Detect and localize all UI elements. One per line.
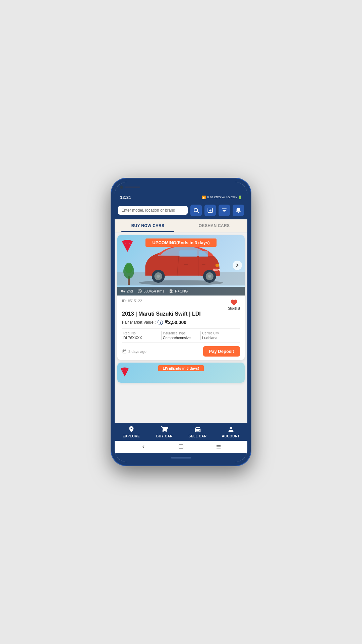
car-stats-bar: 2nd 680454 Kms P+CNG (117, 287, 245, 296)
search-bar[interactable] (118, 206, 188, 215)
search-input[interactable] (121, 208, 184, 213)
fuel-icon (169, 289, 174, 293)
recents-button[interactable] (215, 443, 222, 450)
insurance-col: Insurance Type Comprehennsive (161, 331, 201, 340)
nav-explore[interactable]: EXPLORE (115, 425, 148, 438)
system-nav (115, 441, 247, 453)
status-info: 0.40 KB/S Yo 4G 55% (207, 196, 237, 199)
upcoming-badge-text: UPCOMING(Ends in 3 days) (145, 238, 216, 247)
card-info: ID: #515122 Shortlist 2013 | Maruti Suzu… (117, 296, 245, 360)
status-bar: 12:31 📶 0.40 KB/S Yo 4G 55% 🔋 (115, 193, 247, 202)
posted-time: 2 days ago (122, 349, 146, 354)
tab-bar: BUY NOW CARS OKSHAN CARS (115, 219, 247, 232)
fmv-info-button[interactable]: i (158, 320, 163, 325)
pay-deposit-button[interactable]: Pay Deposit (203, 346, 240, 357)
home-button[interactable] (178, 443, 184, 450)
filter-button[interactable] (219, 205, 230, 216)
account-label: ACCOUNT (222, 434, 240, 438)
home-indicator (115, 453, 247, 462)
card-top-row: ID: #515122 Shortlist (122, 299, 240, 310)
phone-screen: 12:31 📶 0.40 KB/S Yo 4G 55% 🔋 (115, 182, 247, 462)
speedometer-icon (137, 289, 142, 293)
card-bottom-row: 2 days ago Pay Deposit (122, 346, 240, 357)
account-icon (227, 425, 235, 434)
fuel-value: P+CNG (175, 289, 188, 293)
city-col: Centre City Ludhiana (200, 331, 240, 340)
car-card-1: UPCOMING(Ends in 3 days) (117, 235, 245, 360)
home-pill (171, 457, 191, 459)
svg-text:SWIFT: SWIFT (213, 269, 221, 271)
live-badge-text: LIVE(Ends in 3 days) (158, 365, 204, 371)
svg-line-1 (197, 211, 198, 213)
car-image-container: UPCOMING(Ends in 3 days) (117, 235, 245, 296)
car-card-2-preview: LIVE(Ends in 3 days) (117, 363, 245, 383)
svg-point-15 (208, 275, 211, 278)
shortlist-button[interactable]: Shortlist (228, 299, 240, 310)
key-icon (121, 289, 125, 293)
fuel-stat: P+CNG (169, 289, 188, 293)
explore-label: EXPLORE (123, 434, 140, 438)
reg-no-label: Reg. No (123, 331, 160, 335)
insurance-label: Insurance Type (163, 331, 199, 335)
speaker (125, 186, 140, 188)
kms-stat: 680454 Kms (137, 289, 164, 293)
fair-market-row: Fair Market Value : i ₹2,50,000 (122, 320, 240, 325)
camera-lens (120, 185, 123, 189)
buy-car-label: BUY CAR (156, 434, 173, 438)
reg-no-value: DL76XXXX (123, 336, 160, 340)
reg-no-col: Reg. No DL76XXXX (122, 331, 161, 340)
bottom-nav: EXPLORE BUY CAR SELL CAR (115, 423, 247, 441)
posted-time-text: 2 days ago (128, 350, 146, 354)
add-button[interactable] (204, 205, 216, 216)
camera-area (120, 185, 140, 189)
shortlist-label: Shortlist (228, 307, 240, 310)
ownership-stat: 2nd (121, 289, 133, 293)
city-label: Centre City (202, 331, 239, 335)
nav-sell-car[interactable]: SELL CAR (181, 425, 214, 438)
upcoming-badge: UPCOMING(Ends in 3 days) (117, 238, 245, 247)
sell-car-label: SELL CAR (189, 434, 207, 438)
back-button[interactable] (140, 443, 147, 450)
search-button[interactable] (190, 205, 202, 216)
car-details-row: Reg. No DL76XXXX Insurance Type Comprehe… (122, 328, 240, 343)
svg-rect-27 (179, 445, 183, 449)
svg-rect-10 (199, 251, 208, 257)
tab-buy-now[interactable]: BUY NOW CARS (115, 219, 181, 232)
kms-value: 680454 Kms (143, 289, 164, 293)
calendar-icon (122, 349, 127, 354)
svg-rect-9 (179, 250, 197, 257)
tab-buy-now-label: BUY NOW CARS (131, 223, 165, 228)
ownership-value: 2nd (127, 289, 133, 293)
insurance-value: Comprehennsive (163, 336, 199, 340)
nav-account[interactable]: ACCOUNT (214, 425, 247, 438)
sell-car-icon (193, 425, 202, 434)
battery-icon: 🔋 (238, 196, 242, 199)
notification-button[interactable] (233, 205, 244, 216)
car-title: 2013 | Maruti Suzuki Swift | LDI (122, 311, 240, 317)
svg-point-19 (216, 264, 220, 267)
explore-icon (127, 425, 136, 434)
city-value: Ludhiana (202, 336, 239, 340)
search-icon (193, 207, 199, 213)
bluetooth-icon: 📶 (202, 196, 206, 199)
add-icon (207, 207, 213, 213)
tab-okshan-label: OKSHAN CARS (199, 223, 230, 228)
svg-point-26 (125, 263, 133, 273)
filter-icon (221, 207, 227, 213)
live-badge: LIVE(Ends in 3 days) (117, 365, 245, 371)
heart-icon (230, 299, 238, 306)
app-header (115, 202, 247, 219)
tab-okshan[interactable]: OKSHAN CARS (181, 219, 247, 232)
bell-icon (235, 207, 241, 213)
svg-rect-22 (184, 264, 188, 265)
status-icons: 📶 0.40 KB/S Yo 4G 55% 🔋 (202, 196, 242, 199)
svg-point-18 (157, 275, 160, 278)
svg-rect-23 (202, 264, 205, 265)
next-image-button[interactable] (233, 261, 242, 270)
chevron-right-icon (235, 263, 239, 267)
nav-buy-car[interactable]: BUY CAR (148, 425, 181, 438)
content-area[interactable]: UPCOMING(Ends in 3 days) (115, 232, 247, 423)
phone-device: 12:31 📶 0.40 KB/S Yo 4G 55% 🔋 (111, 178, 251, 466)
buy-car-icon (160, 425, 169, 434)
fmv-label: Fair Market Value : (122, 320, 156, 325)
